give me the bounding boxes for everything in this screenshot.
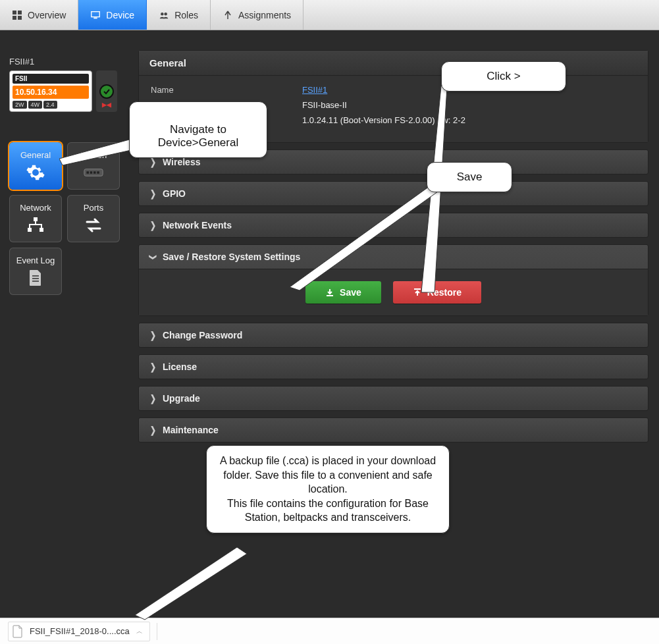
panel-license: ❯ License — [138, 354, 648, 379]
panel-maintenance-header[interactable]: ❯ Maintenance — [139, 418, 648, 442]
tab-label: Overview — [28, 10, 66, 20]
panel-title: Network Events — [163, 220, 232, 230]
chevron-right-icon: ❯ — [149, 362, 156, 373]
device-title: FSII#1 — [9, 57, 128, 67]
sync-arrows-icon: ▶◀ — [102, 101, 111, 108]
sidebar-item-label: Ports — [84, 203, 103, 213]
svg-rect-12 — [97, 171, 99, 174]
device-modes: 2W 4W 2.4 — [13, 101, 89, 109]
assign-icon — [223, 10, 233, 20]
chevron-up-icon[interactable]: ︿ — [136, 627, 143, 636]
panel-gpio: ❯ GPIO — [138, 181, 648, 206]
svg-marker-21 — [135, 547, 247, 620]
sidebar-item-ports[interactable]: Ports — [67, 195, 120, 242]
svg-rect-11 — [93, 171, 96, 174]
tab-roles[interactable]: Roles — [147, 0, 211, 30]
device-icon — [90, 10, 101, 20]
tab-assignments[interactable]: Assignments — [211, 0, 303, 30]
callout-text: Save — [457, 171, 483, 183]
sidebar-item-general[interactable]: General — [9, 142, 62, 190]
callout-backup: A backup file (.cca) is placed in your d… — [206, 445, 450, 533]
sidebar: FSII#1 FSII 10.50.16.34 2W 4W 2.4 ▶◀ Gen… — [9, 57, 128, 295]
grid-icon — [12, 10, 22, 20]
button-label: Save — [340, 287, 361, 298]
sidebar-item-label: General — [20, 150, 51, 160]
sidebar-item-station[interactable]: Station — [67, 142, 120, 190]
panel-network-events-header[interactable]: ❯ Network Events — [139, 213, 648, 237]
sidebar-item-label: Network — [20, 203, 51, 213]
tab-device[interactable]: Device — [78, 0, 147, 30]
chevron-right-icon: ❯ — [149, 330, 156, 341]
callout-navigate: Navigate to Device>General — [129, 101, 267, 158]
main-area: FSII#1 FSII 10.50.16.34 2W 4W 2.4 ▶◀ Gen… — [0, 30, 659, 618]
panel-gpio-header[interactable]: ❯ GPIO — [139, 182, 648, 205]
panel-change-password: ❯ Change Password — [138, 323, 648, 348]
panel-network-events: ❯ Network Events — [138, 213, 648, 238]
svg-rect-13 — [34, 217, 38, 221]
svg-rect-15 — [40, 228, 43, 232]
tab-overview[interactable]: Overview — [0, 0, 78, 30]
status-icon: ▶◀ — [96, 70, 117, 112]
panel-change-password-header[interactable]: ❯ Change Password — [139, 323, 648, 347]
panel-general-header[interactable]: General — [139, 51, 648, 76]
panel-license-header[interactable]: ❯ License — [139, 355, 648, 379]
mode-badge: 2.4 — [43, 101, 57, 109]
svg-rect-17 — [414, 288, 421, 290]
button-label: Restore — [427, 287, 461, 298]
device-card[interactable]: FSII 10.50.16.34 2W 4W 2.4 ▶◀ — [9, 70, 128, 112]
device-ip: 10.50.16.34 — [13, 86, 89, 99]
callout-text: Navigate to Device>General — [158, 123, 238, 149]
ports-icon — [84, 215, 103, 235]
svg-rect-1 — [18, 11, 22, 14]
chevron-right-icon: ❯ — [149, 157, 156, 168]
sidebar-item-event-log[interactable]: Event Log — [9, 248, 62, 295]
svg-point-6 — [161, 13, 163, 15]
document-icon — [26, 268, 45, 288]
download-item[interactable]: FSII_FSII#1_2018-0....cca ︿ — [8, 622, 150, 641]
panel-title: Maintenance — [163, 425, 219, 435]
svg-rect-14 — [28, 228, 32, 232]
sidebar-item-label: Event Log — [16, 255, 55, 265]
download-bar: FSII_FSII#1_2018-0....cca ︿ — [0, 618, 659, 644]
panel-title: License — [163, 362, 197, 372]
chevron-right-icon: ❯ — [149, 220, 156, 231]
tab-label: Roles — [174, 10, 198, 20]
network-icon — [26, 215, 45, 235]
svg-rect-3 — [18, 16, 22, 20]
restore-button[interactable]: Restore — [393, 281, 481, 304]
device-box: FSII 10.50.16.34 2W 4W 2.4 — [9, 70, 92, 112]
tab-label: Assignments — [238, 10, 291, 20]
svg-point-7 — [165, 13, 167, 15]
callout-text: Click > — [487, 70, 520, 82]
mode-badge: 2W — [13, 101, 27, 109]
panel-title: GPIO — [163, 188, 186, 199]
panel-save-restore: ❯ Save / Restore System Settings Save Re… — [138, 244, 648, 316]
gear-icon — [26, 163, 45, 182]
sidebar-item-network[interactable]: Network — [9, 195, 62, 242]
device-version-value: 1.0.24.11 (Boot-Version FS-2.0.00) hw: 2… — [302, 115, 465, 125]
panel-title: General — [149, 57, 186, 68]
device-name-link[interactable]: FSII#1 — [302, 85, 327, 95]
panel-upgrade-header[interactable]: ❯ Upgrade — [139, 387, 648, 410]
panel-upgrade: ❯ Upgrade — [138, 386, 648, 411]
svg-rect-10 — [90, 171, 93, 174]
save-button[interactable]: Save — [305, 281, 381, 304]
svg-rect-9 — [86, 171, 89, 174]
save-icon — [325, 288, 334, 297]
field-label-name: Name — [151, 85, 302, 95]
mode-badge: 4W — [28, 101, 43, 109]
svg-rect-2 — [13, 16, 16, 20]
device-name: FSII — [13, 74, 89, 84]
panel-save-restore-header[interactable]: ❯ Save / Restore System Settings — [139, 245, 648, 269]
callout-line — [132, 544, 250, 623]
top-nav: Overview Device Roles Assignments — [0, 0, 659, 30]
callout-click: Click > — [441, 61, 566, 92]
panel-title: Wireless — [163, 157, 200, 167]
panel-title: Upgrade — [163, 393, 200, 404]
device-type-value: FSII-base-II — [302, 100, 347, 110]
station-icon — [84, 163, 103, 182]
chevron-right-icon: ❯ — [149, 425, 156, 436]
check-icon — [99, 84, 114, 99]
chevron-down-icon: ❯ — [149, 254, 157, 260]
download-filename: FSII_FSII#1_2018-0....cca — [30, 626, 130, 636]
